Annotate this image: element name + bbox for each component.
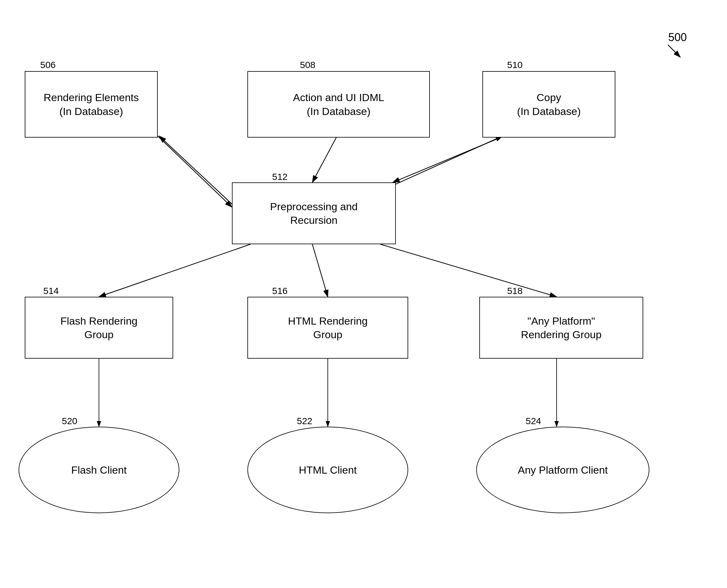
- diagram-container: 500: [0, 0, 727, 588]
- svg-line-2: [159, 136, 232, 204]
- svg-line-6: [393, 136, 502, 186]
- ellipse-522-text: HTML Client: [299, 463, 357, 477]
- box-514: Flash RenderingGroup: [25, 297, 173, 359]
- box-506-text: Rendering Elements(In Database): [44, 90, 139, 118]
- ellipse-524-text: Any Platform Client: [518, 463, 608, 477]
- box-512-text: Preprocessing andRecursion: [270, 200, 358, 227]
- svg-line-5: [393, 136, 504, 183]
- label-512: 512: [272, 172, 288, 182]
- diagram-number: 500: [668, 31, 687, 44]
- box-510-text: Copy(In Database): [517, 90, 581, 118]
- ellipse-520-text: Flash Client: [71, 463, 127, 477]
- box-510: Copy(In Database): [482, 71, 615, 138]
- svg-line-7: [99, 244, 250, 297]
- label-524: 524: [526, 416, 541, 426]
- label-520: 520: [62, 416, 77, 426]
- box-518: "Any Platform"Rendering Group: [479, 297, 643, 359]
- ellipse-520: Flash Client: [19, 427, 179, 513]
- box-506: Rendering Elements(In Database): [25, 71, 158, 138]
- svg-line-4: [312, 136, 337, 183]
- box-516: HTML RenderingGroup: [247, 297, 408, 359]
- ellipse-524: Any Platform Client: [476, 427, 649, 513]
- ellipse-522: HTML Client: [247, 427, 408, 513]
- label-510: 510: [507, 60, 523, 70]
- svg-line-9: [380, 244, 557, 297]
- box-518-text: "Any Platform"Rendering Group: [521, 314, 602, 341]
- label-522: 522: [297, 416, 312, 426]
- svg-line-3: [158, 136, 232, 207]
- box-508-text: Action and UI IDML(In Database): [293, 90, 385, 118]
- label-514: 514: [43, 286, 59, 296]
- box-508: Action and UI IDML(In Database): [247, 71, 430, 138]
- box-516-text: HTML RenderingGroup: [288, 314, 368, 341]
- label-518: 518: [507, 286, 523, 296]
- label-508: 508: [300, 60, 315, 70]
- svg-line-8: [312, 244, 328, 297]
- label-516: 516: [272, 286, 288, 296]
- box-514-text: Flash RenderingGroup: [60, 314, 137, 341]
- box-512: Preprocessing andRecursion: [232, 183, 396, 244]
- svg-line-13: [668, 45, 680, 57]
- label-506: 506: [40, 60, 56, 70]
